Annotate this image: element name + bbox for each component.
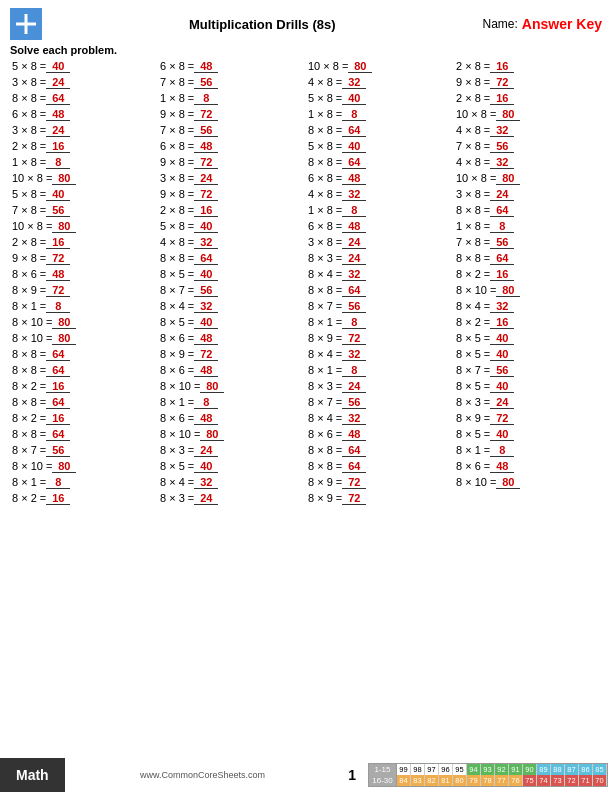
problem-item: 8 × 2 = 16 xyxy=(454,315,602,330)
problem-equation: 8 × 9 = xyxy=(308,492,342,504)
problem-equation: 8 × 10 = xyxy=(160,380,200,392)
score-row: 16-30848382818079787776757473727170 xyxy=(369,775,607,786)
problem-answer: 72 xyxy=(342,332,366,345)
problem-equation: 1 × 8 = xyxy=(160,92,194,104)
problem-equation: 1 × 8 = xyxy=(308,108,342,120)
problem-answer: 40 xyxy=(490,380,514,393)
problem-equation: 8 × 6 = xyxy=(308,428,342,440)
problem-item: 8 × 8 = 64 xyxy=(10,427,158,442)
problem-item: 6 × 8 = 48 xyxy=(306,219,454,234)
problem-equation: 8 × 9 = xyxy=(308,332,342,344)
problem-item: 4 × 8 = 32 xyxy=(306,187,454,202)
problem-equation: 8 × 1 = xyxy=(456,444,490,456)
problem-answer: 56 xyxy=(194,124,218,137)
problem-equation: 9 × 8 = xyxy=(456,76,490,88)
problem-answer: 72 xyxy=(194,156,218,169)
problem-answer: 56 xyxy=(194,284,218,297)
problem-item: 8 × 8 = 64 xyxy=(10,347,158,362)
score-cell: 98 xyxy=(411,764,425,775)
problem-item: 8 × 4 = 32 xyxy=(158,299,306,314)
problem-equation: 2 × 8 = xyxy=(456,60,490,72)
problem-equation: 2 × 8 = xyxy=(456,92,490,104)
problem-item: 8 × 1 = 8 xyxy=(306,363,454,378)
problem-item: 7 × 8 = 56 xyxy=(454,235,602,250)
problem-answer: 16 xyxy=(46,236,70,249)
score-cell: 99 xyxy=(397,764,411,775)
problem-answer: 48 xyxy=(46,108,70,121)
problem-equation: 7 × 8 = xyxy=(160,76,194,88)
page: Multiplication Drills (8s) Name: Answer … xyxy=(0,0,612,792)
score-cell: 70 xyxy=(593,775,607,786)
problem-equation: 8 × 7 = xyxy=(456,364,490,376)
problem-answer: 32 xyxy=(342,412,366,425)
problem-item: 8 × 5 = 40 xyxy=(158,267,306,282)
problem-equation: 10 × 8 = xyxy=(12,172,52,184)
problem-item: 8 × 8 = 64 xyxy=(454,251,602,266)
problem-item: 7 × 8 = 56 xyxy=(158,123,306,138)
problem-answer: 8 xyxy=(46,156,70,169)
problem-item: 8 × 5 = 40 xyxy=(158,459,306,474)
problem-answer: 48 xyxy=(194,364,218,377)
problem-equation: 8 × 6 = xyxy=(160,412,194,424)
problem-equation: 7 × 8 = xyxy=(456,236,490,248)
problem-answer: 24 xyxy=(342,252,366,265)
problem-answer: 32 xyxy=(194,476,218,489)
problem-equation: 8 × 6 = xyxy=(456,460,490,472)
problem-answer: 16 xyxy=(490,316,514,329)
problem-answer: 8 xyxy=(342,108,366,121)
name-label: Name: xyxy=(483,17,518,31)
problem-equation: 8 × 2 = xyxy=(12,412,46,424)
problem-answer: 56 xyxy=(490,140,514,153)
problem-equation: 8 × 2 = xyxy=(12,380,46,392)
problem-item: 8 × 8 = 64 xyxy=(306,459,454,474)
problem-equation: 8 × 8 = xyxy=(308,444,342,456)
problem-answer: 16 xyxy=(194,204,218,217)
problem-equation: 8 × 8 = xyxy=(160,252,194,264)
problem-equation: 8 × 4 = xyxy=(308,412,342,424)
problem-item: 8 × 9 = 72 xyxy=(306,331,454,346)
problem-answer: 64 xyxy=(342,156,366,169)
problem-item: 8 × 8 = 64 xyxy=(454,203,602,218)
problem-equation: 3 × 8 = xyxy=(308,236,342,248)
problem-equation: 8 × 8 = xyxy=(308,156,342,168)
problem-answer: 32 xyxy=(342,348,366,361)
score-range-label: 16-30 xyxy=(369,775,397,786)
problem-item: 4 × 8 = 32 xyxy=(306,75,454,90)
problem-equation: 8 × 8 = xyxy=(308,124,342,136)
problem-item: 5 × 8 = 40 xyxy=(10,187,158,202)
problem-equation: 8 × 9 = xyxy=(160,348,194,360)
problem-item: 5 × 8 = 40 xyxy=(10,59,158,74)
problem-equation: 8 × 8 = xyxy=(12,396,46,408)
problem-answer: 72 xyxy=(194,188,218,201)
problem-equation: 8 × 7 = xyxy=(160,284,194,296)
problem-equation: 6 × 8 = xyxy=(308,220,342,232)
problem-item: 8 × 10 = 80 xyxy=(10,459,158,474)
problem-item: 1 × 8 = 8 xyxy=(10,155,158,170)
problem-answer: 72 xyxy=(194,348,218,361)
problem-item: 8 × 7 = 56 xyxy=(306,299,454,314)
problem-item: 8 × 10 = 80 xyxy=(158,427,306,442)
problem-answer: 40 xyxy=(194,316,218,329)
problem-item: 2 × 8 = 16 xyxy=(454,91,602,106)
problem-equation: 8 × 10 = xyxy=(12,460,52,472)
problem-answer: 40 xyxy=(342,92,366,105)
score-cell: 84 xyxy=(397,775,411,786)
problem-equation: 8 × 10 = xyxy=(160,428,200,440)
logo-icon xyxy=(10,8,42,40)
problem-item: 5 × 8 = 40 xyxy=(158,219,306,234)
problem-item: 1 × 8 = 8 xyxy=(306,203,454,218)
problem-item: 1 × 8 = 8 xyxy=(306,107,454,122)
problem-answer: 32 xyxy=(490,156,514,169)
problem-answer: 40 xyxy=(342,140,366,153)
problem-answer: 24 xyxy=(490,188,514,201)
score-cell: 92 xyxy=(495,764,509,775)
problem-answer: 8 xyxy=(194,92,218,105)
problem-item: 5 × 8 = 40 xyxy=(306,139,454,154)
problem-answer: 64 xyxy=(490,204,514,217)
score-cell: 78 xyxy=(481,775,495,786)
footer-center: www.CommonCoreSheets.com xyxy=(65,770,341,780)
score-cell: 77 xyxy=(495,775,509,786)
problem-equation: 8 × 8 = xyxy=(308,284,342,296)
problem-equation: 8 × 1 = xyxy=(308,316,342,328)
problem-equation: 8 × 1 = xyxy=(308,364,342,376)
